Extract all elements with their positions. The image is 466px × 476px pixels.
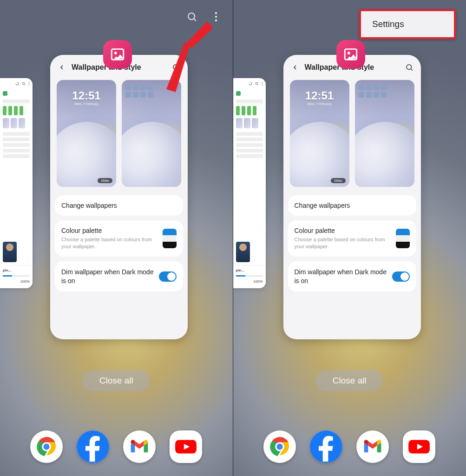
dock-app-youtube[interactable] — [170, 430, 202, 463]
back-icon[interactable] — [290, 62, 300, 73]
colour-palette-desc: Choose a palette based on colours from y… — [295, 236, 391, 250]
partial-thumbs — [0, 116, 33, 130]
home-screen-preview[interactable] — [122, 80, 181, 187]
close-all-button[interactable]: Close all — [83, 370, 150, 391]
partial-toolbar — [0, 78, 33, 89]
download-percent: 100% — [3, 279, 30, 284]
video-badge: Video — [98, 178, 112, 183]
dim-label: Dim wallpaper when Dark mode is on — [61, 268, 154, 285]
partial-icon-grid — [0, 89, 33, 98]
svg-point-3 — [215, 16, 217, 18]
wallpaper-previews: 12:51 Wed, 7 February Video — [283, 80, 421, 195]
dock-app-youtube[interactable] — [403, 430, 435, 463]
recents-card-partial[interactable]: pin... 100% — [233, 78, 266, 288]
close-all-label: Close all — [333, 376, 367, 385]
svg-point-10 — [22, 82, 25, 85]
dock-app-gmail[interactable] — [356, 430, 389, 463]
lock-screen-preview[interactable]: 12:51 Wed, 7 February Video — [290, 80, 349, 187]
app-icon-gallery[interactable] — [336, 40, 365, 69]
card-search-icon[interactable] — [171, 62, 181, 73]
recents-card-main[interactable]: Wallpaper and style 12:51 Wed, 7 Februar… — [50, 55, 188, 339]
partial-thumbs — [233, 116, 266, 130]
dim-toggle[interactable] — [159, 271, 177, 282]
colour-palette-row[interactable]: Colour palette Choose a palette based on… — [55, 220, 183, 257]
svg-point-2 — [215, 12, 217, 14]
colour-palette-desc: Choose a palette based on colours from y… — [61, 236, 158, 250]
dim-wallpaper-row[interactable]: Dim wallpaper when Dark mode is on — [55, 261, 183, 292]
svg-point-30 — [262, 83, 263, 84]
palette-swatch-icon — [163, 229, 177, 248]
partial-photo — [3, 242, 17, 262]
svg-line-16 — [177, 69, 179, 70]
dim-toggle[interactable] — [392, 271, 410, 282]
svg-point-9 — [114, 52, 117, 54]
wallpaper-previews: 12:51 Wed, 7 February Video — [50, 80, 188, 195]
card-search-icon[interactable] — [404, 62, 414, 73]
dock-app-facebook[interactable] — [310, 430, 342, 463]
dock-app-facebook[interactable] — [77, 430, 109, 463]
dock-app-chrome[interactable] — [263, 430, 296, 463]
partial-battery-bars — [233, 105, 266, 116]
dock-app-gmail[interactable] — [123, 430, 156, 463]
download-filename: pin... — [236, 268, 263, 272]
recents-card-partial[interactable]: pin... 100% — [0, 78, 33, 288]
settings-menu-item[interactable]: Settings — [359, 9, 456, 39]
svg-point-31 — [262, 85, 263, 86]
settings-label: Settings — [372, 19, 404, 29]
partial-battery-bars — [0, 105, 33, 116]
lock-screen-preview[interactable]: 12:51 Wed, 7 February Video — [57, 80, 116, 187]
change-wallpapers-label: Change wallpapers — [295, 202, 410, 209]
download-progress: pin... 100% — [233, 265, 266, 288]
home-preview-icons — [125, 85, 153, 98]
svg-point-32 — [407, 65, 412, 70]
download-filename: pin... — [3, 268, 30, 272]
svg-line-1 — [194, 19, 196, 21]
download-progress: pin... 100% — [0, 265, 33, 288]
home-screen-preview[interactable] — [355, 80, 414, 187]
palette-swatch-icon — [396, 229, 410, 248]
dock — [0, 430, 233, 463]
back-icon[interactable] — [57, 62, 67, 73]
svg-point-26 — [347, 52, 350, 54]
svg-line-11 — [24, 84, 25, 85]
lock-time: 12:51 — [57, 89, 116, 102]
app-icon-gallery[interactable] — [103, 40, 132, 69]
more-options-icon[interactable] — [210, 10, 223, 23]
search-icon[interactable] — [185, 10, 198, 23]
dock-app-chrome[interactable] — [30, 430, 63, 463]
video-badge: Video — [331, 178, 346, 183]
colour-palette-row[interactable]: Colour palette Choose a palette based on… — [288, 220, 416, 257]
svg-point-12 — [29, 82, 30, 83]
svg-line-28 — [257, 84, 258, 85]
svg-point-29 — [262, 82, 263, 83]
lock-date: Wed, 7 February — [57, 102, 116, 106]
partial-photo — [236, 242, 250, 262]
recents-card-main[interactable]: Wallpaper and style 12:51 Wed, 7 Februar… — [283, 55, 421, 339]
dim-label: Dim wallpaper when Dark mode is on — [295, 268, 387, 285]
svg-point-13 — [29, 83, 30, 84]
svg-marker-5 — [187, 21, 213, 48]
svg-point-15 — [173, 65, 178, 70]
colour-palette-label: Colour palette — [295, 227, 391, 234]
home-preview-icons — [359, 85, 387, 98]
recents-topbar — [185, 10, 223, 23]
svg-point-14 — [29, 85, 30, 86]
close-all-label: Close all — [99, 376, 133, 385]
svg-point-4 — [215, 20, 217, 21]
svg-point-27 — [256, 82, 258, 85]
dock — [233, 430, 466, 463]
lock-time: 12:51 — [290, 89, 349, 102]
download-percent: 100% — [236, 279, 263, 284]
change-wallpapers-row[interactable]: Change wallpapers — [55, 195, 183, 216]
close-all-button[interactable]: Close all — [316, 370, 383, 391]
partial-icon-grid — [233, 89, 266, 98]
svg-line-33 — [411, 69, 412, 70]
svg-point-0 — [188, 13, 195, 20]
lock-date: Wed, 7 February — [290, 102, 349, 106]
screenshot-left: pin... 100% Wallpaper and style 12:51 We… — [0, 0, 233, 476]
change-wallpapers-label: Change wallpapers — [61, 202, 177, 209]
change-wallpapers-row[interactable]: Change wallpapers — [288, 195, 416, 216]
dim-wallpaper-row[interactable]: Dim wallpaper when Dark mode is on — [288, 261, 416, 292]
colour-palette-label: Colour palette — [61, 227, 158, 234]
partial-toolbar — [233, 78, 266, 89]
